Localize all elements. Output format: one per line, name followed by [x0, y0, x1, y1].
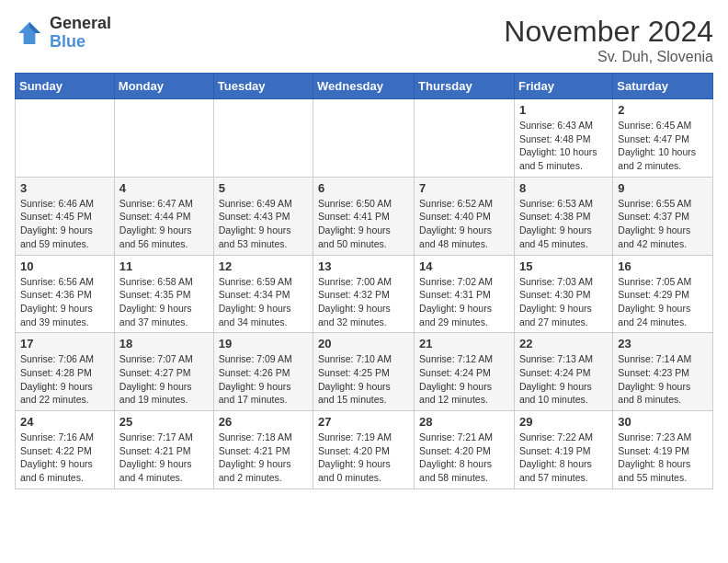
day-number: 18	[119, 337, 209, 350]
day-number: 21	[419, 337, 509, 350]
day-number: 3	[20, 181, 109, 195]
logo: General Blue	[15, 15, 111, 52]
day-info: Sunrise: 7:19 AM Sunset: 4:20 PM Dayligh…	[318, 431, 409, 485]
day-number: 28	[419, 415, 509, 429]
day-info: Sunrise: 6:49 AM Sunset: 4:43 PM Dayligh…	[219, 197, 308, 251]
day-number: 19	[219, 337, 308, 350]
calendar-week-5: 24Sunrise: 7:16 AM Sunset: 4:22 PM Dayli…	[16, 411, 713, 489]
weekday-header-monday: Monday	[114, 74, 213, 99]
logo-blue: Blue	[50, 33, 111, 52]
calendar-cell: 15Sunrise: 7:03 AM Sunset: 4:30 PM Dayli…	[514, 255, 612, 333]
weekday-header-tuesday: Tuesday	[213, 74, 313, 99]
calendar-cell: 24Sunrise: 7:16 AM Sunset: 4:22 PM Dayli…	[16, 411, 115, 489]
day-number: 12	[219, 259, 308, 273]
day-info: Sunrise: 7:12 AM Sunset: 4:24 PM Dayligh…	[419, 352, 509, 407]
day-info: Sunrise: 7:05 AM Sunset: 4:29 PM Dayligh…	[618, 275, 708, 329]
calendar-week-1: 1Sunrise: 6:43 AM Sunset: 4:48 PM Daylig…	[16, 99, 713, 178]
calendar-cell: 19Sunrise: 7:09 AM Sunset: 4:26 PM Dayli…	[213, 333, 313, 411]
calendar-cell	[114, 99, 213, 178]
day-info: Sunrise: 6:46 AM Sunset: 4:45 PM Dayligh…	[20, 197, 109, 251]
day-number: 25	[119, 415, 209, 429]
calendar-cell: 16Sunrise: 7:05 AM Sunset: 4:29 PM Dayli…	[613, 255, 713, 333]
calendar-cell: 22Sunrise: 7:13 AM Sunset: 4:24 PM Dayli…	[514, 333, 612, 411]
day-info: Sunrise: 6:55 AM Sunset: 4:37 PM Dayligh…	[618, 197, 708, 251]
day-info: Sunrise: 7:03 AM Sunset: 4:30 PM Dayligh…	[519, 275, 608, 329]
calendar-cell: 18Sunrise: 7:07 AM Sunset: 4:27 PM Dayli…	[114, 333, 213, 411]
day-number: 23	[618, 337, 708, 350]
day-number: 24	[20, 415, 109, 429]
day-info: Sunrise: 6:45 AM Sunset: 4:47 PM Dayligh…	[618, 119, 708, 173]
day-info: Sunrise: 6:52 AM Sunset: 4:40 PM Dayligh…	[419, 197, 509, 251]
calendar-cell: 29Sunrise: 7:22 AM Sunset: 4:19 PM Dayli…	[514, 411, 612, 489]
calendar-cell: 27Sunrise: 7:19 AM Sunset: 4:20 PM Dayli…	[313, 411, 415, 489]
calendar-week-3: 10Sunrise: 6:56 AM Sunset: 4:36 PM Dayli…	[16, 255, 713, 333]
day-info: Sunrise: 7:00 AM Sunset: 4:32 PM Dayligh…	[318, 275, 409, 329]
day-info: Sunrise: 7:17 AM Sunset: 4:21 PM Dayligh…	[119, 431, 209, 485]
calendar-cell	[415, 99, 515, 178]
day-number: 15	[519, 259, 608, 273]
day-number: 11	[119, 259, 209, 273]
calendar-table: SundayMondayTuesdayWednesdayThursdayFrid…	[15, 73, 713, 489]
day-number: 17	[20, 337, 109, 350]
calendar-cell: 12Sunrise: 6:59 AM Sunset: 4:34 PM Dayli…	[213, 255, 313, 333]
logo-general: General	[50, 15, 111, 33]
day-number: 1	[519, 103, 608, 117]
calendar-cell: 20Sunrise: 7:10 AM Sunset: 4:25 PM Dayli…	[313, 333, 415, 411]
location: Sv. Duh, Slovenia	[504, 49, 713, 65]
month-title: November 2024	[504, 15, 713, 49]
calendar-cell: 28Sunrise: 7:21 AM Sunset: 4:20 PM Dayli…	[415, 411, 515, 489]
calendar-cell: 17Sunrise: 7:06 AM Sunset: 4:28 PM Dayli…	[16, 333, 115, 411]
calendar-cell: 1Sunrise: 6:43 AM Sunset: 4:48 PM Daylig…	[514, 99, 612, 178]
day-info: Sunrise: 7:07 AM Sunset: 4:27 PM Dayligh…	[119, 352, 209, 407]
day-number: 20	[318, 337, 409, 350]
day-number: 16	[618, 259, 708, 273]
day-info: Sunrise: 6:56 AM Sunset: 4:36 PM Dayligh…	[20, 275, 109, 329]
day-number: 8	[519, 181, 608, 195]
weekday-header-saturday: Saturday	[613, 74, 713, 99]
calendar-cell	[16, 99, 115, 178]
day-info: Sunrise: 7:16 AM Sunset: 4:22 PM Dayligh…	[20, 431, 109, 485]
day-number: 30	[618, 415, 708, 429]
calendar-cell: 25Sunrise: 7:17 AM Sunset: 4:21 PM Dayli…	[114, 411, 213, 489]
day-number: 14	[419, 259, 509, 273]
calendar-cell: 9Sunrise: 6:55 AM Sunset: 4:37 PM Daylig…	[613, 177, 713, 255]
day-info: Sunrise: 7:21 AM Sunset: 4:20 PM Dayligh…	[419, 431, 509, 485]
day-info: Sunrise: 6:53 AM Sunset: 4:38 PM Dayligh…	[519, 197, 608, 251]
calendar-week-2: 3Sunrise: 6:46 AM Sunset: 4:45 PM Daylig…	[16, 177, 713, 255]
calendar-cell: 10Sunrise: 6:56 AM Sunset: 4:36 PM Dayli…	[16, 255, 115, 333]
day-info: Sunrise: 7:23 AM Sunset: 4:19 PM Dayligh…	[618, 431, 708, 485]
calendar-cell: 30Sunrise: 7:23 AM Sunset: 4:19 PM Dayli…	[613, 411, 713, 489]
calendar-cell: 7Sunrise: 6:52 AM Sunset: 4:40 PM Daylig…	[415, 177, 515, 255]
calendar-cell: 4Sunrise: 6:47 AM Sunset: 4:44 PM Daylig…	[114, 177, 213, 255]
calendar-cell: 5Sunrise: 6:49 AM Sunset: 4:43 PM Daylig…	[213, 177, 313, 255]
calendar-cell	[213, 99, 313, 178]
day-number: 9	[618, 181, 708, 195]
logo-icon	[15, 18, 44, 48]
day-number: 13	[318, 259, 409, 273]
calendar-cell: 26Sunrise: 7:18 AM Sunset: 4:21 PM Dayli…	[213, 411, 313, 489]
calendar-week-4: 17Sunrise: 7:06 AM Sunset: 4:28 PM Dayli…	[16, 333, 713, 411]
day-info: Sunrise: 6:58 AM Sunset: 4:35 PM Dayligh…	[119, 275, 209, 329]
day-info: Sunrise: 7:14 AM Sunset: 4:23 PM Dayligh…	[618, 352, 708, 407]
calendar-cell: 21Sunrise: 7:12 AM Sunset: 4:24 PM Dayli…	[415, 333, 515, 411]
day-number: 10	[20, 259, 109, 273]
day-number: 29	[519, 415, 608, 429]
day-info: Sunrise: 7:18 AM Sunset: 4:21 PM Dayligh…	[219, 431, 308, 485]
day-number: 5	[219, 181, 308, 195]
calendar-cell: 2Sunrise: 6:45 AM Sunset: 4:47 PM Daylig…	[613, 99, 713, 178]
day-info: Sunrise: 6:43 AM Sunset: 4:48 PM Dayligh…	[519, 119, 608, 173]
day-info: Sunrise: 7:02 AM Sunset: 4:31 PM Dayligh…	[419, 275, 509, 329]
page-header: General Blue November 2024 Sv. Duh, Slov…	[15, 15, 713, 65]
calendar-cell: 6Sunrise: 6:50 AM Sunset: 4:41 PM Daylig…	[313, 177, 415, 255]
day-number: 26	[219, 415, 308, 429]
calendar-cell: 8Sunrise: 6:53 AM Sunset: 4:38 PM Daylig…	[514, 177, 612, 255]
calendar-cell: 23Sunrise: 7:14 AM Sunset: 4:23 PM Dayli…	[613, 333, 713, 411]
calendar-cell: 3Sunrise: 6:46 AM Sunset: 4:45 PM Daylig…	[16, 177, 115, 255]
day-number: 2	[618, 103, 708, 117]
weekday-header-friday: Friday	[514, 74, 612, 99]
weekday-header-thursday: Thursday	[415, 74, 515, 99]
weekday-header-wednesday: Wednesday	[313, 74, 415, 99]
logo-text: General Blue	[50, 15, 111, 52]
day-info: Sunrise: 6:47 AM Sunset: 4:44 PM Dayligh…	[119, 197, 209, 251]
day-info: Sunrise: 6:50 AM Sunset: 4:41 PM Dayligh…	[318, 197, 409, 251]
